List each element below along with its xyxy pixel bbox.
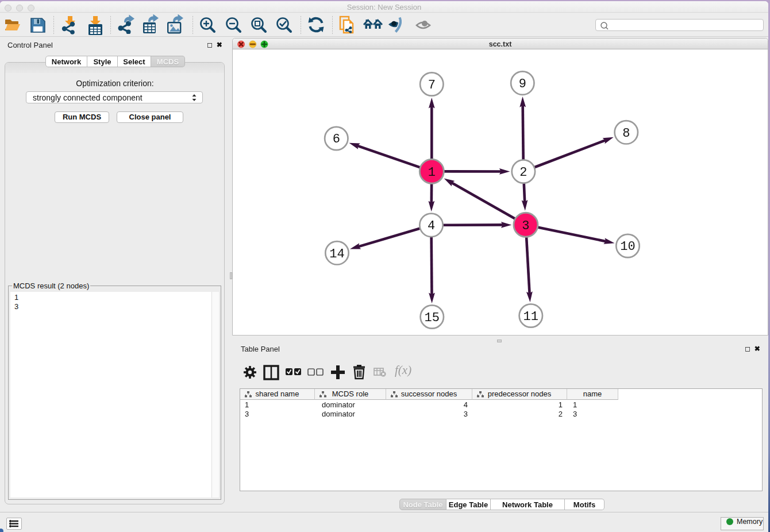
svg-text:2: 2 — [519, 165, 527, 180]
svg-text:10: 10 — [620, 240, 635, 254]
svg-text:9: 9 — [519, 77, 526, 91]
svg-text:6: 6 — [333, 132, 340, 147]
svg-text:4: 4 — [428, 219, 435, 233]
svg-text:14: 14 — [329, 247, 344, 261]
svg-text:7: 7 — [428, 78, 436, 92]
svg-text:1: 1 — [428, 165, 436, 180]
svg-text:8: 8 — [622, 126, 630, 141]
svg-text:15: 15 — [425, 311, 440, 325]
svg-text:3: 3 — [522, 219, 529, 233]
svg-text:11: 11 — [523, 310, 538, 324]
